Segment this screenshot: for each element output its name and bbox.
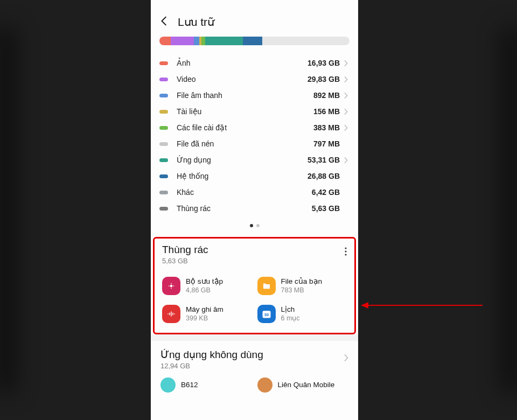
app-icon [160,377,176,393]
chevron-right-icon [342,93,350,99]
category-row[interactable]: Tài liệu156 MB [159,103,350,120]
category-row[interactable]: Các file cài đặt383 MB [159,120,350,136]
category-label: File âm thanh [177,91,313,100]
svg-rect-7 [167,313,169,314]
trash-app-item[interactable]: 30Lịch6 mục [257,305,347,323]
trash-app-item[interactable]: Bộ sưu tập4,86 GB [162,277,252,295]
page-indicator [151,224,358,227]
trash-section-header[interactable]: Thùng rác 5,63 GB [162,244,347,265]
category-row[interactable]: Video29,83 GB [159,71,350,87]
chevron-right-icon [342,60,350,66]
storage-segment [171,37,193,45]
category-label: Video [177,75,308,83]
svg-rect-6 [172,313,173,316]
storage-usage-bar [159,37,350,45]
category-color-dot [159,207,168,211]
more-icon[interactable] [345,247,347,258]
category-row: Hệ thống26,88 GB [159,168,350,184]
category-label: Ảnh [177,59,308,67]
trash-title: Thùng rác [162,244,208,256]
category-label: Các file cài đặt [177,123,313,132]
header: Lưu trữ [151,0,358,37]
category-size: 16,93 GB [308,59,340,67]
trash-app-size: 399 KB [186,314,223,323]
pager-dot[interactable] [250,224,253,227]
category-row[interactable]: Ảnh16,93 GB [159,55,350,71]
unused-apps-list: B612Liên Quân Mobile [151,372,358,393]
unused-title: Ứng dụng không dùng [160,348,263,361]
category-size: 6,42 GB [312,188,340,197]
category-list: Ảnh16,93 GBVideo29,83 GBFile âm thanh892… [151,55,358,216]
category-size: 383 MB [313,123,340,132]
chevron-right-icon [342,125,350,131]
storage-segment [243,37,262,45]
trash-app-item[interactable]: Máy ghi âm399 KB [162,305,252,323]
svg-rect-4 [171,312,172,317]
gallery-icon [162,277,180,295]
storage-segment [205,37,243,45]
unused-size: 12,94 GB [160,362,263,370]
files-icon [257,277,276,295]
trash-app-label: Máy ghi âm [186,305,223,314]
chevron-right-icon [342,76,350,82]
trash-app-size: 4,86 GB [186,286,223,295]
category-size: 26,88 GB [308,172,340,180]
category-label: Hệ thống [177,172,308,180]
storage-segment [201,37,205,45]
pager-dot[interactable] [256,224,260,227]
category-label: Ứng dụng [177,156,308,164]
unused-app-item[interactable]: Liên Quân Mobile [257,377,349,393]
trash-app-size: 6 mục [281,314,300,323]
category-row: Khác6,42 GB [159,184,350,200]
storage-segment [159,37,171,45]
svg-rect-8 [174,313,175,314]
section-separator [151,334,358,341]
category-label: File đã nén [177,139,313,148]
trash-app-item[interactable]: File của bạn783 MB [257,277,347,295]
category-row: Thùng rác5,63 GB [159,200,350,216]
category-size: 156 MB [313,107,340,116]
trash-app-size: 783 MB [281,286,323,295]
storage-screen: Lưu trữ Ảnh16,93 GBVideo29,83 GBFile âm … [151,0,358,420]
svg-rect-5 [169,313,170,316]
unused-app-name: B612 [181,381,198,390]
app-icon [257,377,273,393]
trash-app-label: Lịch [281,305,300,314]
category-color-dot [159,158,168,162]
category-color-dot [159,126,168,130]
category-row[interactable]: File âm thanh892 MB [159,87,350,103]
svg-text:30: 30 [264,312,268,317]
category-size: 29,83 GB [308,75,340,83]
category-label: Khác [177,188,312,197]
trash-apps-grid: Bộ sưu tập4,86 GBFile của bạn783 MBMáy g… [162,277,347,323]
chevron-right-icon [344,354,348,363]
cal-icon: 30 [257,305,276,323]
category-size: 53,31 GB [308,156,340,164]
category-label: Tài liệu [177,107,313,116]
svg-marker-12 [361,302,368,309]
voice-icon [162,305,180,323]
category-color-dot [159,94,168,97]
category-row: File đã nén797 MB [159,136,350,152]
category-color-dot [159,191,168,194]
trash-app-label: File của bạn [281,277,323,286]
category-color-dot [159,110,168,114]
svg-point-3 [170,285,173,288]
category-size: 5,63 GB [312,204,340,213]
category-color-dot [159,142,168,146]
category-color-dot [159,78,168,81]
category-size: 797 MB [313,139,340,148]
annotation-arrow [360,300,484,311]
unused-app-item[interactable]: B612 [160,377,252,393]
svg-point-1 [345,250,346,252]
category-color-dot [159,174,168,178]
unused-apps-section[interactable]: Ứng dụng không dùng 12,94 GB [151,341,358,372]
back-icon[interactable] [158,15,170,29]
unused-app-name: Liên Quân Mobile [278,381,335,390]
page-title: Lưu trữ [178,16,214,29]
chevron-right-icon [342,109,350,115]
category-row[interactable]: Ứng dụng53,31 GB [159,152,350,168]
storage-segment [194,37,200,45]
svg-point-0 [345,247,346,249]
category-color-dot [159,61,168,65]
